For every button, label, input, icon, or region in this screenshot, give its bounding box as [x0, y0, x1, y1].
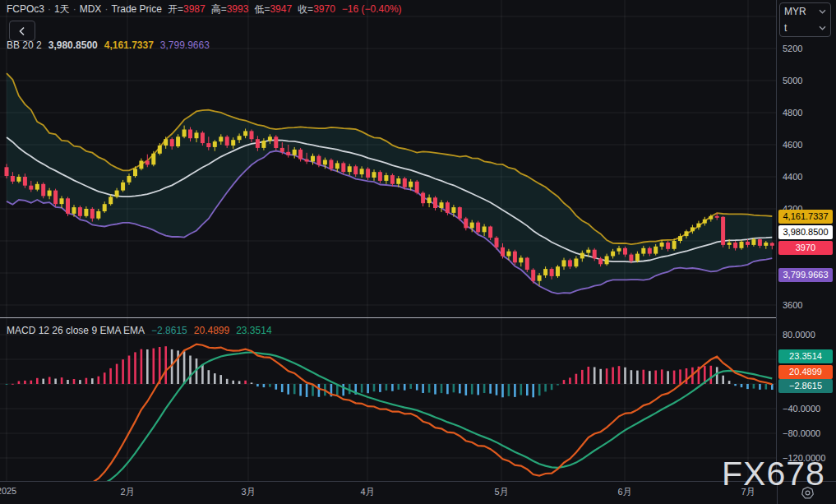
month-label-2月: 2月 — [120, 486, 134, 498]
axis-settings-corner — [777, 482, 836, 504]
price-axis[interactable]: MYR t 5200500048004600440042003600 4,161… — [776, 0, 836, 481]
bb-indicator-row[interactable]: BB 20 23,980.85004,161.73373,799.9663 — [7, 39, 210, 52]
bb-lower-tag: 3,799.9663 — [778, 268, 833, 282]
macd-tick-80: 80.0000 — [783, 330, 815, 340]
ohlc-label-0: 开= — [168, 3, 183, 15]
back-button[interactable] — [9, 21, 35, 41]
separator-dot: · — [101, 3, 111, 15]
chevron-down-icon — [819, 9, 826, 14]
price-macd-chart[interactable] — [0, 0, 776, 481]
trading-chart-app: FCPOc3·1天·MDX·Trade Price开=3987高=3993低=3… — [0, 0, 836, 504]
macd-tick--120: −120.0000 — [783, 453, 825, 463]
ohlc-label-2: 低= — [254, 3, 270, 15]
macd-title: MACD 12 26 close 9 EMA EMA — [7, 325, 145, 336]
change-value: −16 (−0.40%) — [342, 3, 402, 15]
ohlc-label-1: 高= — [211, 3, 227, 15]
interval-label: 1天 — [54, 3, 70, 15]
macd-hist-tag: −2.8615 — [778, 379, 833, 393]
price-tick-3600: 3600 — [783, 300, 802, 310]
macd-signal-value: 23.3514 — [236, 325, 271, 336]
month-label-7月: 7月 — [741, 486, 755, 498]
month-label-6月: 6月 — [617, 486, 631, 498]
ohlc-value-0: 3987 — [183, 3, 206, 15]
month-label-2025: 2025 — [0, 486, 16, 496]
chevron-left-icon — [18, 26, 26, 36]
month-label-3月: 3月 — [241, 486, 255, 498]
price-tick-5200: 5200 — [783, 44, 802, 53]
month-label-5月: 5月 — [494, 486, 508, 498]
separator-dot: · — [44, 3, 54, 15]
bb-basis-value: 3,980.8500 — [48, 39, 98, 51]
chevron-down-icon — [819, 25, 826, 30]
macd-line-value: 20.4899 — [194, 325, 229, 336]
macd-indicator-row[interactable]: MACD 12 26 close 9 EMA EMA−2.861520.4899… — [7, 325, 272, 337]
unit-label: t — [784, 22, 787, 34]
macd-line-tag: 20.4899 — [778, 365, 833, 379]
ohlc-value-3: 3970 — [313, 3, 335, 15]
unit-dropdown[interactable]: t — [780, 20, 830, 36]
ohlc-label-3: 收= — [298, 3, 313, 15]
exchange-label: MDX — [80, 3, 102, 15]
symbol-name: FCPOc3 — [7, 3, 44, 15]
bb-title: BB 20 2 — [7, 39, 42, 51]
ohlc-value-2: 3947 — [270, 3, 292, 15]
series-type-label: Trade Price — [111, 3, 162, 15]
price-tick-4600: 4600 — [783, 140, 802, 150]
symbol-info-row[interactable]: FCPOc3·1天·MDX·Trade Price开=3987高=3993低=3… — [7, 3, 402, 16]
macd-hist-value: −2.8615 — [151, 325, 187, 336]
bb-upper-tag: 4,161.7337 — [778, 210, 833, 224]
price-tick-4800: 4800 — [783, 108, 802, 118]
month-label-4月: 4月 — [360, 486, 374, 498]
axis-unit-selector: MYR t — [779, 2, 831, 37]
currency-dropdown[interactable]: MYR — [780, 3, 830, 20]
last-price-tag: 3970 — [778, 241, 833, 255]
macd-tick--40: −40.0000 — [783, 404, 820, 414]
chart-canvas[interactable]: FCPOc3·1天·MDX·Trade Price开=3987高=3993低=3… — [0, 0, 776, 481]
macd-tick--80: −80.0000 — [783, 428, 820, 438]
price-tick-5000: 5000 — [783, 76, 802, 86]
bb-lower-value: 3,799.9663 — [160, 39, 210, 51]
bb-basis-tag: 3,980.8500 — [778, 225, 833, 239]
settings-gear-icon[interactable] — [801, 486, 815, 500]
macd-signal-tag: 23.3514 — [778, 349, 833, 363]
currency-label: MYR — [784, 6, 806, 17]
ohlc-value-1: 3993 — [227, 3, 249, 15]
separator-dot: · — [70, 3, 80, 15]
time-axis[interactable]: 20252月3月4月5月6月7月 — [0, 481, 836, 504]
bb-upper-value: 4,161.7337 — [104, 39, 154, 51]
price-tick-4400: 4400 — [783, 172, 802, 182]
